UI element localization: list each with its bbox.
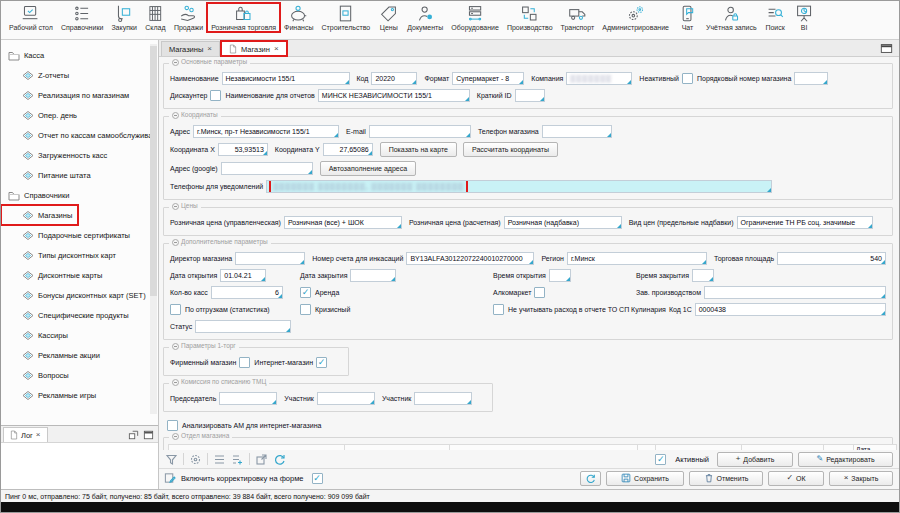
no-expense-checkbox[interactable] [493, 304, 504, 315]
coord-x-input[interactable]: 53,93513 [218, 143, 268, 156]
alco-checkbox[interactable] [534, 287, 545, 298]
account-input[interactable]: BY13ALFA30122072240010270000 [406, 252, 534, 265]
sidebar-item-discount-card-types[interactable]: Типы дисконтных карт [1, 245, 158, 265]
col-header-area[interactable]: Торговая площадь [656, 445, 742, 451]
list-icon[interactable] [213, 453, 226, 466]
toolbar-item-prices[interactable]: Цены [374, 3, 403, 32]
director-input[interactable] [235, 252, 305, 265]
show-on-map-button[interactable]: Показать на карте [380, 142, 457, 157]
toolbar-item-search[interactable]: Поиск [761, 3, 790, 32]
tab-log[interactable]: Лог × [3, 427, 48, 442]
prod-manager-input[interactable] [704, 286, 886, 299]
format-input[interactable]: Супермаркет - 8 [452, 72, 524, 85]
toolbar-item-catalogs[interactable]: Справочники [57, 3, 107, 32]
coord-y-input[interactable]: 27,65086 [323, 143, 373, 156]
inactive-checkbox[interactable] [682, 73, 693, 84]
sidebar-item-cashiers[interactable]: Кассиры [1, 325, 158, 345]
refresh-form-button[interactable] [580, 471, 601, 486]
toolbar-item-administration[interactable]: Администрирование [598, 3, 673, 32]
sidebar-item-bonus-cards[interactable]: Бонусы дисконтных карт (SET) [1, 285, 158, 305]
collapse-icon[interactable] [172, 343, 179, 350]
collapse-icon[interactable] [172, 112, 179, 119]
report-name-input[interactable]: МИНСК НЕЗАВИСИМОСТИ 155/1 [318, 89, 470, 102]
google-address-input[interactable] [221, 162, 313, 175]
price-mgmt-input[interactable]: Розничная (все) + ШОК [284, 216, 402, 229]
shipments-checkbox[interactable] [170, 304, 181, 315]
sidebar-group-spravochniki[interactable]: Справочники [1, 185, 158, 205]
address-input[interactable]: г.Минск, пр-т Независимости 155/1 [193, 125, 339, 138]
cancel-button[interactable]: Отменить [689, 471, 763, 486]
sidebar-item-gift-certificates[interactable]: Подарочные сертификаты [1, 225, 158, 245]
col-header-transfer-date[interactable]: Дата перевода [854, 445, 897, 451]
sidebar-item-oper-day[interactable]: Опер. день [1, 105, 158, 125]
collapse-icon[interactable] [172, 239, 179, 246]
trade-area-input[interactable]: 540 [777, 252, 886, 265]
external-link-icon[interactable] [255, 453, 268, 466]
notify-phones-input[interactable]: ▒▒▒▒▒▒▒ ▒▒▒▒▒▒▒▒, ▒▒▒▒▒▒▒ ▒▒▒▒▒▒▒▒ [266, 180, 772, 193]
sidebar-group-kassa[interactable]: Касса [1, 45, 158, 65]
col-header-code[interactable]: Код [345, 445, 450, 451]
sidebar-item-shops[interactable]: Магазины [1, 205, 78, 225]
toolbar-item-documents[interactable]: Документы [403, 3, 447, 32]
tree-scrollbar[interactable] [150, 44, 157, 414]
discounter-checkbox[interactable] [210, 90, 221, 101]
open-time-input[interactable] [549, 269, 571, 282]
sidebar-item-specific-products[interactable]: Специфические продукты [1, 305, 158, 325]
collapse-icon[interactable] [172, 203, 179, 210]
col-header-delete[interactable]: Удалить [824, 445, 854, 451]
company-input[interactable]: ▒▒▒▒▒▒▒ [566, 72, 632, 85]
crisis-checkbox[interactable] [300, 304, 311, 315]
toolbar-item-production[interactable]: Производство [503, 3, 557, 32]
tab-shop-card[interactable]: Магазин × [221, 41, 287, 56]
short-id-input[interactable] [515, 89, 545, 102]
close-date-input[interactable] [350, 269, 396, 282]
sidebar-item-z-reports[interactable]: Z-отчеты [1, 65, 158, 85]
sidebar-item-promo-games[interactable]: Рекламные игры [1, 385, 158, 405]
toolbar-item-desktop[interactable]: Рабочий стол [5, 3, 57, 32]
price-kind-input[interactable]: Ограничение ТН РБ соц. значимые [737, 216, 873, 229]
sidebar-item-selfservice-report[interactable]: Отчет по кассам самообслуживан [1, 125, 158, 145]
collapse-icon[interactable] [172, 59, 179, 66]
close-button[interactable]: × Закрыть [829, 471, 893, 486]
toolbar-item-purchases[interactable]: Закупки [107, 3, 141, 32]
shop-phone-input[interactable] [542, 125, 612, 138]
close-icon[interactable]: × [207, 45, 212, 53]
sidebar-item-staff-meals[interactable]: Питание штата [1, 165, 158, 185]
sidebar-item-questions[interactable]: Вопросы [1, 365, 158, 385]
gear-icon[interactable] [189, 453, 202, 466]
toolbar-item-sales[interactable]: Продажи [170, 3, 207, 32]
toolbar-item-account[interactable]: Учётная запись [702, 3, 761, 32]
calc-coordinates-button[interactable]: Рассчитать координаты [463, 142, 558, 157]
rent-checkbox[interactable] [300, 287, 311, 298]
sidebar-item-realization[interactable]: Реализация по магазинам [1, 85, 158, 105]
restore-window-icon[interactable] [880, 43, 893, 54]
email-input[interactable] [369, 125, 471, 138]
maximize-icon[interactable] [143, 430, 154, 440]
ok-button[interactable]: ✓ ОК [768, 471, 824, 486]
sidebar-item-discount-cards[interactable]: Дисконтные карты [1, 265, 158, 285]
autofill-address-button[interactable]: Автозаполнение адреса [320, 161, 416, 176]
status-input[interactable] [195, 320, 291, 333]
correction-checkbox[interactable] [312, 473, 323, 484]
col-header-group[interactable]: Группа складов [450, 445, 638, 451]
toolbar-item-bi[interactable]: BI [790, 3, 819, 32]
sidebar-item-promo-actions[interactable]: Рекламные акции [1, 345, 158, 365]
collapse-icon[interactable] [172, 433, 179, 440]
list-add-icon[interactable] [231, 453, 244, 466]
analyze-am-checkbox[interactable] [167, 420, 178, 431]
close-icon[interactable]: × [36, 431, 41, 439]
toolbar-item-equipment[interactable]: Оборудование [447, 3, 503, 32]
float-window-icon[interactable] [128, 430, 139, 440]
close-icon[interactable]: × [274, 45, 279, 53]
order-number-input[interactable] [794, 72, 828, 85]
edit-button[interactable]: ✎ Редактировать [798, 452, 893, 467]
toolbar-item-retail[interactable]: Розничная торговля [207, 3, 280, 32]
cash-count-input[interactable]: 6 [211, 286, 283, 299]
toolbar-item-construction[interactable]: Строительство [317, 3, 374, 32]
code-input[interactable]: 20220 [371, 72, 417, 85]
toolbar-item-transport[interactable]: Транспорт [557, 3, 599, 32]
chairman-input[interactable] [219, 392, 277, 405]
member1-input[interactable] [317, 392, 375, 405]
save-button[interactable]: Сохранить [606, 471, 684, 486]
toolbar-item-warehouse[interactable]: Склад [141, 3, 170, 32]
